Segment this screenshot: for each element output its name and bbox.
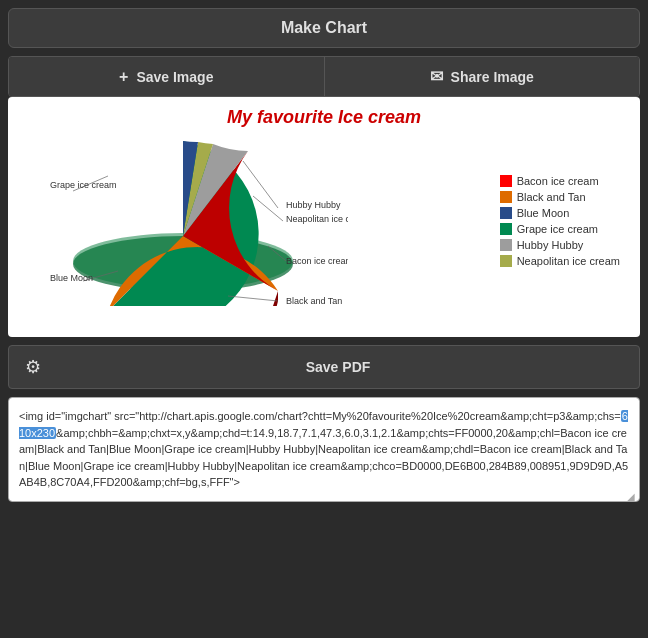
legend-label-bluemoon: Blue Moon [517,207,570,219]
legend-label-neapolitan: Neapolitan ice cream [517,255,620,267]
header-bar: Make Chart [8,8,640,48]
save-pdf-label: Save PDF [53,359,623,375]
chart-title: My favourite Ice cream [227,107,421,128]
legend-label-grape: Grape ice cream [517,223,598,235]
legend: Bacon ice cream Black and Tan Blue Moon … [500,175,620,267]
email-icon: ✉ [430,67,443,86]
label-blacktan-text: Black and Tan [286,296,342,306]
chart-area: My favourite Ice cream [8,97,640,337]
toolbar: + Save Image ✉ Share Image [8,56,640,97]
legend-color-hubby [500,239,512,251]
share-image-label: Share Image [451,69,534,85]
chart-container: Grape ice cream Hubby Hubby Neapolitan i… [18,136,630,306]
label-hubby-text: Hubby Hubby [286,200,341,210]
label-bacon-text: Bacon ice cream [286,256,348,266]
legend-color-bacon [500,175,512,187]
label-line-neapolitan [253,196,283,221]
legend-item-hubby: Hubby Hubby [500,239,620,251]
label-neapolitan-text: Neapolitan ice crea... [286,214,348,224]
legend-label-hubby: Hubby Hubby [517,239,584,251]
save-image-label: Save Image [136,69,213,85]
gear-icon[interactable]: ⚙ [25,356,41,378]
pie-chart-svg: Grape ice cream Hubby Hubby Neapolitan i… [28,136,348,306]
label-grape-text: Grape ice cream [50,180,117,190]
legend-color-neapolitan [500,255,512,267]
resize-handle[interactable]: ◢ [627,489,637,499]
bottom-toolbar: ⚙ Save PDF [8,345,640,389]
legend-item-grape: Grape ice cream [500,223,620,235]
legend-label-blacktan: Black and Tan [517,191,586,203]
code-text-before: <img id="imgchart" src="http://chart.api… [19,410,621,422]
legend-label-bacon: Bacon ice cream [517,175,599,187]
legend-item-bluemoon: Blue Moon [500,207,620,219]
legend-item-blacktan: Black and Tan [500,191,620,203]
legend-color-bluemoon [500,207,512,219]
label-line-blacktan [228,296,278,301]
legend-item-neapolitan: Neapolitan ice cream [500,255,620,267]
plus-icon: + [119,68,128,86]
label-bluemoon-text: Blue Moon [50,273,93,283]
header-title: Make Chart [281,19,367,36]
share-image-button[interactable]: ✉ Share Image [325,57,640,96]
code-area[interactable]: <img id="imgchart" src="http://chart.api… [8,397,640,502]
code-text-after: &amp;chbh=&amp;chxt=x,y&amp;chd=t:14.9,1… [19,427,628,489]
save-image-button[interactable]: + Save Image [9,57,325,96]
pie-wrapper: Grape ice cream Hubby Hubby Neapolitan i… [28,136,348,306]
legend-color-grape [500,223,512,235]
legend-item-bacon: Bacon ice cream [500,175,620,187]
legend-color-blacktan [500,191,512,203]
side-bacon [273,291,278,306]
